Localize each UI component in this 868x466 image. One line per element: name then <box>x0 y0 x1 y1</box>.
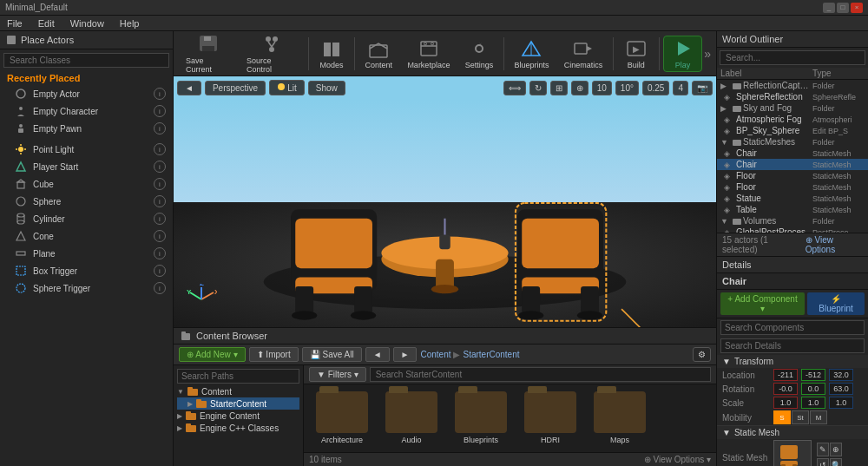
actor-cone[interactable]: Cone i <box>0 227 173 245</box>
actor-info-icon[interactable]: i <box>154 105 166 117</box>
play-button[interactable]: Play <box>663 36 702 72</box>
camera-icon[interactable]: 📷 <box>692 81 713 95</box>
actor-info-icon[interactable]: i <box>154 122 166 135</box>
scale-x[interactable]: 1.0 <box>773 397 798 409</box>
marketplace-button[interactable]: Marketplace <box>401 36 457 71</box>
settings-button[interactable]: Settings <box>458 36 500 71</box>
folder-blueprints[interactable]: Blueprints <box>450 391 512 444</box>
blueprint-button[interactable]: ⚡ Blueprint <box>807 292 865 315</box>
category-recently-placed[interactable]: Recently Placed <box>0 71 173 85</box>
content-button[interactable]: Content <box>358 36 399 71</box>
save-current-button[interactable]: Save Current <box>179 32 238 75</box>
location-z[interactable]: 32.0 <box>829 369 853 381</box>
wo-item-chair-1[interactable]: ◈ Chair StaticMesh <box>717 148 868 159</box>
view-options-button[interactable]: ⊕ View Options ▾ <box>644 455 711 464</box>
search-classes-input[interactable] <box>3 53 169 68</box>
tree-item-content[interactable]: ▼ Content <box>177 385 299 397</box>
wo-item-sky-folder[interactable]: ▶ Sky and Fog Folder <box>717 102 868 114</box>
tree-search-input[interactable] <box>177 369 299 384</box>
search-components-input[interactable] <box>720 320 865 335</box>
toolbar-more-button[interactable]: » <box>704 47 711 61</box>
actor-empty-pawn[interactable]: Empty Pawn i <box>0 120 173 137</box>
wo-item-statue[interactable]: ◈ Statue StaticMesh <box>717 193 868 204</box>
menu-help[interactable]: Help <box>116 18 143 29</box>
modes-button[interactable]: Modes <box>312 36 351 71</box>
actor-info-icon[interactable]: i <box>154 161 166 173</box>
actor-info-icon[interactable]: i <box>154 143 166 155</box>
rotation-z[interactable]: 63.0 <box>829 383 853 395</box>
mobility-stationary[interactable]: St <box>792 410 809 424</box>
rotation-x[interactable]: -0.0 <box>773 383 798 395</box>
wo-item-reflection-folder[interactable]: ▶ ReflectionCaptureA Folder <box>717 80 868 91</box>
blueprints-button[interactable]: Blueprints <box>508 36 556 71</box>
breadcrumb-starter-content[interactable]: StarterContent <box>463 350 519 359</box>
minimize-button[interactable]: _ <box>823 3 835 13</box>
camera-speed[interactable]: 4 <box>673 81 688 95</box>
wo-item-sphere-reflection[interactable]: ◈ SphereReflection SphereRefle <box>717 91 868 102</box>
wo-item-atmos-fog[interactable]: ◈ Atmospheric Fog Atmospheri <box>717 114 868 125</box>
scale-y[interactable]: 1.0 <box>801 397 825 409</box>
wo-item-floor-2[interactable]: ◈ Floor StaticMesh <box>717 181 868 193</box>
close-button[interactable]: × <box>851 3 863 13</box>
static-mesh-section-header[interactable]: ▼ Static Mesh <box>717 426 868 439</box>
snap-grid[interactable]: 10 <box>592 81 612 95</box>
actor-info-icon[interactable]: i <box>154 247 166 259</box>
wo-item-sky-sphere[interactable]: ◈ BP_Sky_Sphere Edit BP_S <box>717 125 868 136</box>
nav-back-button[interactable]: ◄ <box>365 347 390 362</box>
actor-sphere-trigger[interactable]: Sphere Trigger i <box>0 279 173 297</box>
add-component-button[interactable]: + Add Component ▾ <box>720 292 805 315</box>
folder-hdri[interactable]: HDRI <box>519 391 582 444</box>
folder-audio[interactable]: Audio <box>380 391 443 444</box>
transform-section-header[interactable]: ▼ Transform <box>717 355 868 368</box>
actor-sphere[interactable]: Sphere i <box>0 193 173 210</box>
actor-point-light[interactable]: Point Light i <box>0 141 173 158</box>
actor-plane[interactable]: Plane i <box>0 245 173 262</box>
actor-info-icon[interactable]: i <box>154 195 166 207</box>
actor-cube[interactable]: Cube i <box>0 175 173 193</box>
rotate-icon[interactable]: ↻ <box>529 81 547 95</box>
tree-item-engine-cpp[interactable]: ▶ Engine C++ Classes <box>177 422 299 434</box>
nav-forward-button[interactable]: ► <box>393 347 418 362</box>
folder-maps[interactable]: Maps <box>589 391 651 444</box>
viewport[interactable]: ◄ Perspective Lit Show ⟺ ↻ ⊞ ⊕ 10 10° 0.… <box>174 76 716 327</box>
actor-empty-character[interactable]: Empty Character i <box>0 102 173 120</box>
actor-player-start[interactable]: Player Start i <box>0 158 173 175</box>
actor-empty-actor[interactable]: Empty Actor i <box>0 85 173 102</box>
actor-cylinder[interactable]: Cylinder i <box>0 210 173 227</box>
actor-info-icon[interactable]: i <box>154 88 166 100</box>
cinematics-button[interactable]: Cinematics <box>557 36 609 71</box>
mobility-movable[interactable]: M <box>810 410 827 424</box>
world-icon[interactable]: ⊕ <box>571 81 589 95</box>
wo-item-floor-1[interactable]: ◈ Floor StaticMesh <box>717 170 868 181</box>
build-button[interactable]: ▶ Build <box>617 36 655 71</box>
mobility-static[interactable]: S <box>773 410 791 424</box>
add-new-button[interactable]: ⊕ Add New ▾ <box>179 347 246 362</box>
save-all-button[interactable]: 💾 Save All <box>302 347 362 362</box>
actor-info-icon[interactable]: i <box>154 213 166 225</box>
scale-icon[interactable]: ⊞ <box>550 81 568 95</box>
wo-item-chair-2-selected[interactable]: ◈ Chair StaticMesh <box>717 159 868 170</box>
menu-window[interactable]: Window <box>67 18 108 29</box>
menu-file[interactable]: File <box>3 18 26 29</box>
perspective-button[interactable]: Perspective <box>205 81 266 95</box>
wo-item-static-meshes-folder[interactable]: ▼ StaticMeshes Folder <box>717 136 868 148</box>
mesh-edit-button[interactable]: ✎ <box>817 443 829 456</box>
wo-item-volumes-folder[interactable]: ▼ Volumes Folder <box>717 215 868 226</box>
search-starter-content-input[interactable] <box>370 367 711 382</box>
show-button[interactable]: Show <box>308 81 345 95</box>
tree-item-starter-content[interactable]: ▶ StarterContent <box>177 397 299 410</box>
filters-button[interactable]: ▼ Filters ▾ <box>309 367 366 382</box>
actor-info-icon[interactable]: i <box>154 265 166 277</box>
actor-info-icon[interactable]: i <box>154 230 166 242</box>
folder-architecture[interactable]: Architecture <box>311 391 373 444</box>
viewport-toggle-button[interactable]: ◄ <box>177 81 201 95</box>
scale-snap[interactable]: 0.25 <box>642 81 669 95</box>
window-controls[interactable]: _ □ × <box>823 3 863 13</box>
mesh-search-button[interactable]: 🔍 <box>830 458 842 466</box>
snap-angle[interactable]: 10° <box>615 81 639 95</box>
wo-item-global-post[interactable]: ◈ GlobalPostProces PostProce <box>717 226 868 233</box>
wo-item-table[interactable]: ◈ Table StaticMesh <box>717 204 868 215</box>
location-y[interactable]: -512 <box>801 369 825 381</box>
world-outliner-search[interactable] <box>720 50 865 65</box>
rotation-y[interactable]: 0.0 <box>801 383 825 395</box>
